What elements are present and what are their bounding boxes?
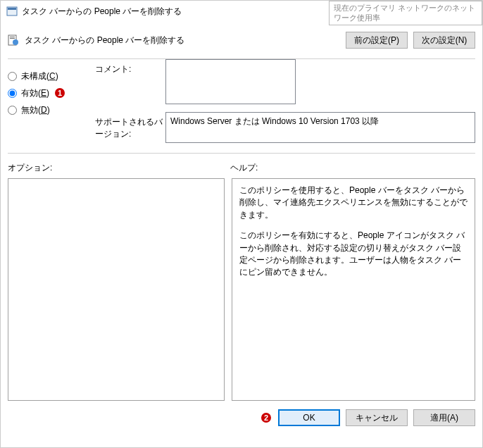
comment-label: コメント:: [95, 59, 165, 106]
window-title: タスク バーからの People バーを削除する: [22, 6, 182, 18]
svg-rect-3: [10, 37, 15, 37]
network-tooltip: 現在のプライマリ ネットワークのネットワーク使用率: [329, 1, 482, 25]
radio-not-configured[interactable]: 未構成(C): [8, 68, 85, 85]
options-panel: [8, 178, 225, 401]
next-setting-button[interactable]: 次の設定(N): [413, 32, 475, 49]
radio-enabled[interactable]: 有効(E) 1: [8, 85, 85, 101]
supported-label: サポートされるバージョン:: [95, 112, 165, 143]
radio-enabled-input[interactable]: [8, 89, 17, 98]
svg-rect-4: [10, 38, 15, 39]
radio-not-configured-input[interactable]: [8, 72, 17, 81]
annotation-badge-1: 1: [54, 87, 66, 99]
supported-value: Windows Server または Windows 10 Version 17…: [170, 116, 379, 126]
help-panel: このポリシーを使用すると、People バーをタスク バーから削除し、マイ連絡先…: [232, 178, 475, 401]
radio-disabled-input[interactable]: [8, 106, 17, 115]
svg-rect-1: [8, 8, 16, 10]
state-radios: 未構成(C) 有効(E) 1 無効(D): [8, 59, 85, 149]
help-paragraph-2: このポリシーを有効にすると、People アイコンがタスク バーから削除され、対…: [239, 230, 468, 279]
prev-setting-button[interactable]: 前の設定(P): [346, 32, 408, 49]
footer: 2 OK キャンセル 適用(A): [8, 409, 475, 426]
ok-button[interactable]: OK: [278, 409, 340, 426]
supported-text: Windows Server または Windows 10 Version 17…: [165, 112, 475, 143]
policy-name: タスク バーからの People バーを削除する: [25, 35, 346, 46]
policy-icon: [6, 6, 18, 17]
header-row: タスク バーからの People バーを削除する 前の設定(P) 次の設定(N): [8, 22, 475, 58]
divider-2: [8, 153, 475, 154]
policy-doc-icon: [8, 35, 19, 46]
radio-disabled[interactable]: 無効(D): [8, 101, 85, 118]
help-paragraph-1: このポリシーを使用すると、People バーをタスク バーから削除し、マイ連絡先…: [239, 185, 468, 221]
help-label: ヘルプ:: [230, 162, 258, 174]
cancel-button[interactable]: キャンセル: [346, 409, 408, 426]
comment-textarea[interactable]: [165, 59, 296, 104]
tooltip-text: 現在のプライマリ ネットワークのネットワーク使用率: [334, 4, 475, 22]
apply-button[interactable]: 適用(A): [413, 409, 475, 426]
annotation-badge-2: 2: [260, 411, 272, 424]
svg-point-5: [13, 39, 18, 45]
options-label: オプション:: [8, 162, 230, 174]
